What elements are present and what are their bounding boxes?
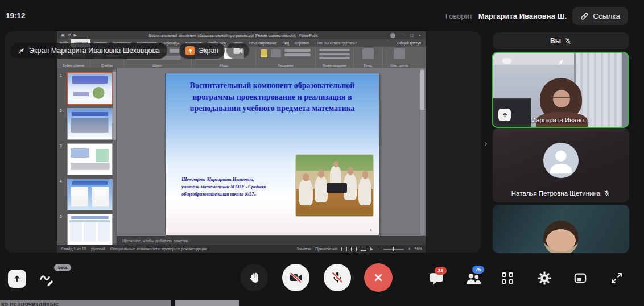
slide-counter: Слайд 1 из 19 [61, 247, 86, 251]
ribbon-group-label: Голос [354, 64, 382, 67]
slide-thumbnail-3[interactable] [67, 143, 113, 175]
tab-review[interactable]: Рецензирование [246, 39, 280, 47]
participants-count-badge: 75 [472, 266, 484, 274]
close-icon[interactable]: × [418, 33, 421, 38]
ribbon-control[interactable] [271, 49, 281, 57]
thumbnail-number: 1 [60, 73, 65, 77]
ribbon-control[interactable] [284, 49, 311, 52]
raised-hand-icon [248, 271, 261, 284]
pin-icon [556, 59, 564, 69]
mic-off-button[interactable] [324, 264, 351, 291]
slide-thumbnail-panel: 1 2 3 4 5 [57, 68, 117, 245]
avatar [543, 143, 579, 178]
participant-name-text: Маргарита Ивано… [530, 117, 590, 123]
pinned-screen-pill[interactable]: Экран Маргарита Ивановна Шеховцова [10, 43, 167, 59]
share-screen-button[interactable] [8, 270, 26, 288]
zoom-out-button[interactable]: − [377, 247, 379, 251]
author-line: Шеховцова Маргарита Ивановна, [181, 176, 266, 183]
picture-in-picture-button[interactable] [570, 268, 591, 288]
copy-link-label: Ссылка [593, 12, 620, 20]
clipped-menu-item[interactable]: ко непрочитанные [0, 300, 171, 306]
slideshow-icon[interactable]: ▶ [74, 33, 77, 38]
slide-thumbnail-1[interactable] [67, 72, 113, 105]
zoom-slider-knob[interactable] [393, 247, 394, 251]
slide-thumbnail-2[interactable] [67, 108, 113, 140]
ribbon-control[interactable] [319, 57, 350, 59]
ribbon-control[interactable] [319, 53, 350, 55]
leave-call-button[interactable] [364, 263, 393, 292]
participant-name-text: Наталья Петровна Щетинина [511, 190, 601, 197]
slide-photo [295, 154, 374, 217]
notes-pane[interactable]: Щелкните, чтобы добавить заметки [117, 236, 426, 245]
slide-scrollbar[interactable] [420, 69, 424, 235]
camera-icon [233, 47, 243, 55]
notes-toggle[interactable]: Заметки [296, 247, 311, 251]
ribbon-control[interactable] [362, 48, 374, 59]
maximize-icon[interactable]: □ [410, 33, 413, 38]
participant-name: Маргарита Ивано… [493, 117, 628, 123]
view-reading-button[interactable] [361, 247, 366, 251]
tell-me-search[interactable]: Что вы хотите сделать? [312, 39, 357, 47]
zoom-level[interactable]: 56% [414, 247, 422, 251]
thumbnail-number: 5 [60, 214, 65, 218]
thumbnail-scrollbar[interactable] [113, 69, 116, 243]
save-icon[interactable]: ▣ [61, 33, 65, 38]
view-slideshow-button[interactable] [370, 247, 373, 251]
scrollbar-thumb[interactable] [113, 72, 116, 140]
ppt-share-button[interactable]: Общий доступ [397, 39, 426, 47]
account-avatar[interactable] [390, 33, 395, 38]
tab-help[interactable]: Справка [292, 39, 312, 47]
slide-title: Воспитательный компонент образовательной… [166, 80, 379, 114]
ribbon-control[interactable] [319, 49, 350, 51]
shared-powerpoint-window: ▣ ↺ ▶ Воспитательный компонент образоват… [57, 31, 426, 253]
participant-tile-margarita[interactable]: Маргарита Ивано… [492, 52, 629, 128]
ppt-status-bar: Слайд 1 из 19 русский Специальные возмож… [57, 245, 426, 253]
current-slide[interactable]: Воспитательный компонент образовательной… [165, 73, 379, 235]
collapse-sidebar-chevron[interactable]: › [481, 137, 490, 150]
screen-share-button[interactable]: Экран [179, 43, 225, 59]
camera-overlay-button[interactable] [226, 43, 249, 59]
zoom-in-button[interactable]: + [408, 247, 410, 251]
participant-tile-you[interactable]: Вы [493, 32, 629, 49]
camera-off-button[interactable] [282, 264, 309, 291]
settings-button[interactable] [534, 268, 555, 288]
raise-hand-button[interactable] [241, 264, 268, 291]
status-bar-left: Слайд 1 из 19 русский Специальные возмож… [57, 247, 207, 251]
fullscreen-button[interactable] [606, 268, 627, 288]
ppt-quick-access-toolbar[interactable]: ▣ ↺ ▶ [57, 33, 81, 38]
minimize-icon[interactable]: — [401, 33, 405, 38]
ppt-title-bar: ▣ ↺ ▶ Воспитательный компонент образоват… [57, 31, 426, 39]
undo-icon[interactable]: ↺ [68, 33, 71, 38]
notes-placeholder: Щелкните, чтобы добавить заметки [117, 239, 188, 243]
tab-view[interactable]: Вид [280, 39, 292, 47]
expand-arrows-icon [610, 272, 623, 284]
view-sorter-button[interactable] [351, 247, 357, 251]
zoom-slider[interactable] [383, 249, 404, 250]
participant-tile-natalya[interactable]: Наталья Петровна Щетинина [493, 128, 629, 202]
photo-figure-head [303, 173, 309, 181]
grid-icon [502, 272, 513, 284]
annotate-button[interactable] [39, 271, 54, 286]
photo-figure-head [318, 169, 324, 177]
scrollbar-thumb[interactable] [420, 70, 424, 110]
grid-view-button[interactable] [497, 268, 518, 288]
ribbon-group-label: Шрифт [124, 64, 191, 67]
participant-tile-fourth[interactable] [493, 205, 629, 253]
ribbon-control[interactable] [394, 48, 405, 59]
ribbon-control[interactable] [261, 49, 267, 57]
screen-share-active-icon [185, 46, 195, 55]
ribbon-group-label: Слайды [90, 64, 123, 67]
language-indicator[interactable]: русский [91, 247, 105, 251]
slide-thumbnail-5[interactable] [67, 214, 113, 245]
photo-figure [358, 177, 371, 205]
slide-thumbnail-4[interactable] [67, 179, 113, 210]
accessibility-checker[interactable]: Специальные возможности: проверьте реком… [110, 247, 207, 251]
photo-figure-head [333, 161, 338, 167]
copy-link-button[interactable]: Ссылка [572, 7, 628, 25]
thumbnail-number: 3 [60, 144, 65, 148]
view-normal-button[interactable] [341, 247, 347, 251]
ribbon-control[interactable] [284, 53, 311, 56]
ppt-workspace: 1 2 3 4 5 Воспитательный компонент образ… [57, 68, 426, 245]
chat-unread-badge: 31 [435, 267, 447, 275]
comments-toggle[interactable]: Примечания [315, 247, 337, 251]
